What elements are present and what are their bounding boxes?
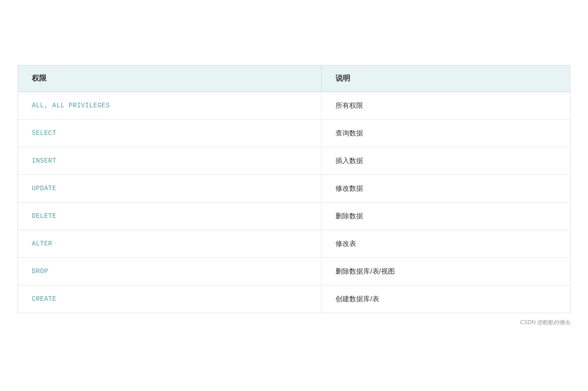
description-cell: 删除数据 <box>322 202 570 230</box>
privileges-table: 权限 说明 ALL, ALL PRIVILEGES所有权限SELECT查询数据I… <box>18 65 570 313</box>
description-cell: 查询数据 <box>322 119 570 147</box>
privilege-cell: UPDATE <box>18 175 322 202</box>
table-header: 权限 说明 <box>18 65 570 92</box>
privilege-cell: SELECT <box>18 119 322 147</box>
table-row: DROP删除数据库/表/视图 <box>18 257 570 285</box>
description-cell: 插入数据 <box>322 147 570 175</box>
header-privilege: 权限 <box>18 65 322 92</box>
description-cell: 修改数据 <box>322 175 570 202</box>
privileges-table-container: 权限 说明 ALL, ALL PRIVILEGES所有权限SELECT查询数据I… <box>18 65 570 313</box>
description-cell: 所有权限 <box>322 92 570 119</box>
privilege-cell: CREATE <box>18 285 322 313</box>
table-row: SELECT查询数据 <box>18 119 570 147</box>
footer-text: CSDN @酷酷的懒虫 <box>520 319 570 326</box>
table-body: ALL, ALL PRIVILEGES所有权限SELECT查询数据INSERT插… <box>18 92 570 313</box>
header-description: 说明 <box>322 65 570 92</box>
table-row: DELETE删除数据 <box>18 202 570 230</box>
privilege-cell: DROP <box>18 257 322 285</box>
description-cell: 删除数据库/表/视图 <box>322 257 570 285</box>
privilege-cell: DELETE <box>18 202 322 230</box>
table-row: INSERT插入数据 <box>18 147 570 175</box>
table-row: ALL, ALL PRIVILEGES所有权限 <box>18 92 570 119</box>
table-row: ALTER修改表 <box>18 230 570 257</box>
header-row: 权限 说明 <box>18 65 570 92</box>
table-row: CREATE创建数据库/表 <box>18 285 570 313</box>
privilege-cell: ALL, ALL PRIVILEGES <box>18 92 322 119</box>
description-cell: 创建数据库/表 <box>322 285 570 313</box>
privilege-cell: ALTER <box>18 230 322 257</box>
privilege-cell: INSERT <box>18 147 322 175</box>
description-cell: 修改表 <box>322 230 570 257</box>
footer-note: CSDN @酷酷的懒虫 <box>18 319 570 327</box>
table-row: UPDATE修改数据 <box>18 175 570 202</box>
